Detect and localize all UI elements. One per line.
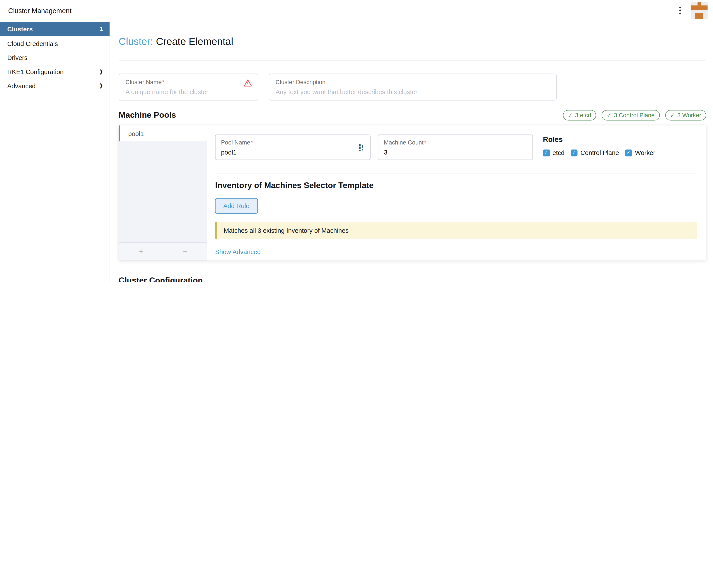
machine-pools-heading: Machine Pools — [119, 110, 176, 120]
cluster-identity-row: Cluster Name* A unique name for the clus… — [119, 74, 706, 101]
machine-pools-panel: pool1 + − Pool Name* pool1 — [119, 126, 706, 260]
chevron-right-icon: ❯ — [99, 69, 103, 74]
top-bar-actions — [676, 0, 708, 21]
page-title-prefix: Cluster: — [119, 36, 153, 47]
roles-group: Roles etcd Control Plane Worker — [543, 134, 655, 160]
remove-pool-button[interactable]: − — [163, 243, 207, 260]
pool-add-remove-buttons: + − — [119, 243, 207, 260]
checkbox-checked-icon — [625, 149, 632, 156]
cluster-description-field[interactable]: Cluster Description Any text you want th… — [269, 74, 557, 101]
cluster-configuration-heading: Cluster Configuration — [119, 276, 706, 282]
sidebar-item-clusters[interactable]: Clusters 1 — [0, 22, 110, 36]
main-scroll-area[interactable]: Cluster: Create Elemental Cluster Name* … — [110, 21, 713, 282]
checkbox-checked-icon — [571, 149, 577, 156]
cluster-name-placeholder: A unique name for the cluster — [126, 88, 252, 96]
app-window: Cluster Management Clusters 1 Cloud Cred… — [0, 0, 713, 282]
control-plane-count-badge: 3 Control Plane — [602, 110, 659, 121]
required-asterisk: * — [162, 79, 164, 85]
cluster-description-label: Cluster Description — [276, 79, 550, 85]
add-rule-button[interactable]: Add Rule — [215, 198, 258, 214]
pool-tabs-column: pool1 + − — [119, 126, 207, 260]
cluster-name-field[interactable]: Cluster Name* A unique name for the clus… — [119, 74, 258, 101]
pool-name-field[interactable]: Pool Name* pool1 — [215, 134, 370, 160]
page-title: Cluster: Create Elemental — [119, 36, 706, 48]
checkbox-checked-icon — [543, 149, 550, 156]
show-advanced-link[interactable]: Show Advanced — [215, 248, 261, 255]
check-icon — [607, 112, 612, 119]
check-icon — [670, 112, 675, 119]
app-title: Cluster Management — [8, 6, 72, 14]
worker-count-badge: 3 Worker — [665, 110, 706, 121]
clusters-count-badge: 1 — [100, 25, 103, 32]
kebab-menu-icon[interactable] — [676, 4, 685, 17]
cluster-description-placeholder: Any text you want that better describes … — [276, 88, 550, 96]
user-avatar[interactable] — [691, 2, 708, 19]
page-title-name: Create Elemental — [156, 36, 233, 47]
sidebar-item-rke1-configuration[interactable]: RKE1 Configuration ❯ — [0, 64, 110, 79]
pool-divider — [215, 174, 697, 174]
role-worker-checkbox[interactable]: Worker — [625, 149, 655, 156]
roles-heading: Roles — [543, 135, 655, 144]
sidebar-item-advanced[interactable]: Advanced ❯ — [0, 79, 110, 93]
title-divider — [119, 60, 706, 60]
sidebar-item-drivers[interactable]: Drivers — [0, 50, 110, 64]
check-icon — [568, 112, 573, 119]
role-etcd-checkbox[interactable]: etcd — [543, 149, 565, 156]
random-name-icon[interactable] — [358, 143, 365, 151]
machine-count-label: Machine Count — [384, 139, 424, 146]
cluster-name-label: Cluster Name — [126, 79, 162, 85]
matches-banner: Matches all 3 existing Inventory of Mach… — [215, 222, 697, 239]
required-asterisk: * — [251, 139, 253, 146]
sidebar: Clusters 1 Cloud Credentials Drivers RKE… — [0, 21, 110, 282]
role-count-badges: 3 etcd 3 Control Plane 3 Worker — [563, 110, 706, 121]
pool-name-label: Pool Name — [221, 139, 250, 146]
chevron-right-icon: ❯ — [99, 83, 103, 88]
top-bar: Cluster Management — [0, 0, 713, 21]
pool-name-value: pool1 — [221, 149, 365, 156]
warning-icon — [243, 79, 252, 87]
pool-tab-pool1[interactable]: pool1 — [119, 126, 207, 142]
main-content: Cluster: Create Elemental Cluster Name* … — [110, 21, 713, 282]
pool-detail-pane: Pool Name* pool1 — [207, 126, 706, 260]
etcd-count-badge: 3 etcd — [563, 110, 596, 121]
role-control-plane-checkbox[interactable]: Control Plane — [571, 149, 619, 156]
required-asterisk: * — [424, 139, 427, 146]
selector-template-heading: Inventory of Machines Selector Template — [215, 181, 697, 190]
machine-count-value: 3 — [384, 149, 527, 156]
add-pool-button[interactable]: + — [119, 243, 163, 260]
machine-count-field[interactable]: Machine Count* 3 — [378, 134, 533, 160]
machine-pools-header-row: Machine Pools 3 etcd 3 Control Plane 3 W… — [119, 110, 706, 121]
sidebar-item-cloud-credentials[interactable]: Cloud Credentials — [0, 36, 110, 50]
